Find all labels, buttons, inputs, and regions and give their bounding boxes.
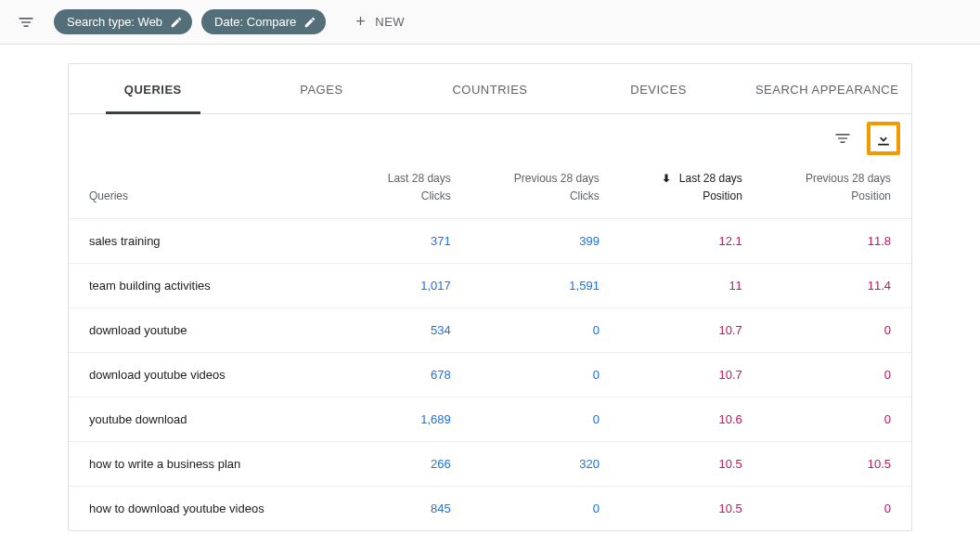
- cell-last28-position: 10.7: [620, 308, 763, 353]
- tab-pages[interactable]: PAGES: [238, 64, 406, 113]
- plus-icon: +: [355, 12, 366, 32]
- cell-query: download youtube videos: [69, 353, 352, 397]
- table-row[interactable]: youtube download1,689010.60: [69, 397, 911, 442]
- download-button[interactable]: [867, 122, 900, 155]
- cell-query: download youtube: [69, 308, 352, 353]
- chip-search-type-label: Search type: Web: [67, 15, 162, 29]
- cell-prev28-clicks: 0: [471, 353, 620, 397]
- cell-prev28-position: 0: [763, 353, 911, 397]
- pencil-icon: [170, 16, 183, 29]
- cell-prev28-clicks: 0: [471, 397, 620, 442]
- cell-prev28-clicks: 1,591: [471, 264, 620, 308]
- tab-search-appearance[interactable]: SEARCH APPEARANCE: [742, 64, 911, 113]
- tab-devices[interactable]: DEVICES: [574, 64, 743, 113]
- cell-prev28-position: 0: [763, 397, 911, 442]
- cell-last28-clicks: 266: [352, 442, 471, 487]
- new-filter-button[interactable]: + NEW: [355, 12, 405, 32]
- cell-last28-position: 11: [620, 264, 763, 308]
- cell-query: youtube download: [69, 397, 352, 442]
- report-card: QUERIESPAGESCOUNTRIESDEVICESSEARCH APPEA…: [68, 63, 912, 531]
- tabs: QUERIESPAGESCOUNTRIESDEVICESSEARCH APPEA…: [69, 64, 911, 114]
- col-prev28-clicks[interactable]: Previous 28 days Clicks: [471, 163, 620, 219]
- cell-last28-clicks: 678: [352, 353, 471, 397]
- table-body: sales training37139912.111.8team buildin…: [69, 219, 911, 531]
- col-prev28-position[interactable]: Previous 28 days Position: [763, 163, 911, 219]
- col-last28-clicks[interactable]: Last 28 days Clicks: [352, 163, 471, 219]
- cell-prev28-position: 10.5: [763, 442, 911, 487]
- cell-last28-clicks: 534: [352, 308, 471, 353]
- queries-table: Queries Last 28 days Clicks Previous 28 …: [69, 163, 911, 530]
- table-row[interactable]: how to write a business plan26632010.510…: [69, 442, 911, 487]
- cell-last28-position: 10.5: [620, 487, 763, 531]
- pencil-icon: [303, 16, 316, 29]
- chip-date[interactable]: Date: Compare: [201, 9, 326, 34]
- cell-last28-position: 10.5: [620, 442, 763, 487]
- table-row[interactable]: how to download youtube videos845010.50: [69, 487, 911, 531]
- cell-prev28-clicks: 0: [471, 308, 620, 353]
- cell-query: how to download youtube videos: [69, 487, 352, 531]
- tab-queries[interactable]: QUERIES: [69, 64, 238, 113]
- new-label: NEW: [375, 15, 405, 29]
- chip-date-label: Date: Compare: [214, 15, 296, 29]
- cell-last28-clicks: 1,689: [352, 397, 471, 442]
- cell-last28-position: 10.6: [620, 397, 763, 442]
- table-row[interactable]: team building activities1,0171,5911111.4: [69, 264, 911, 308]
- col-queries[interactable]: Queries: [69, 163, 352, 219]
- table-filter-icon[interactable]: [826, 122, 859, 155]
- sort-desc-icon: [661, 172, 675, 185]
- cell-prev28-clicks: 320: [471, 442, 620, 487]
- cell-prev28-position: 11.8: [763, 219, 911, 264]
- tab-countries[interactable]: COUNTRIES: [406, 64, 574, 113]
- cell-last28-clicks: 1,017: [352, 264, 471, 308]
- cell-prev28-position: 0: [763, 308, 911, 353]
- chip-search-type[interactable]: Search type: Web: [54, 9, 192, 34]
- cell-prev28-clicks: 399: [471, 219, 620, 264]
- cell-prev28-position: 11.4: [763, 264, 911, 308]
- table-toolbar: [69, 114, 911, 163]
- cell-last28-position: 10.7: [620, 353, 763, 397]
- col-last28-position[interactable]: Last 28 days Position: [620, 163, 763, 219]
- cell-query: team building activities: [69, 264, 352, 308]
- filter-icon[interactable]: [15, 11, 37, 33]
- table-row[interactable]: sales training37139912.111.8: [69, 219, 911, 264]
- table-row[interactable]: download youtube videos678010.70: [69, 353, 911, 397]
- cell-prev28-clicks: 0: [471, 487, 620, 531]
- filter-toolbar: Search type: Web Date: Compare + NEW: [0, 0, 980, 45]
- cell-last28-clicks: 845: [352, 487, 471, 531]
- cell-prev28-position: 0: [763, 487, 911, 531]
- cell-query: sales training: [69, 219, 352, 264]
- cell-query: how to write a business plan: [69, 442, 352, 487]
- cell-last28-position: 12.1: [620, 219, 763, 264]
- cell-last28-clicks: 371: [352, 219, 471, 264]
- table-row[interactable]: download youtube534010.70: [69, 308, 911, 353]
